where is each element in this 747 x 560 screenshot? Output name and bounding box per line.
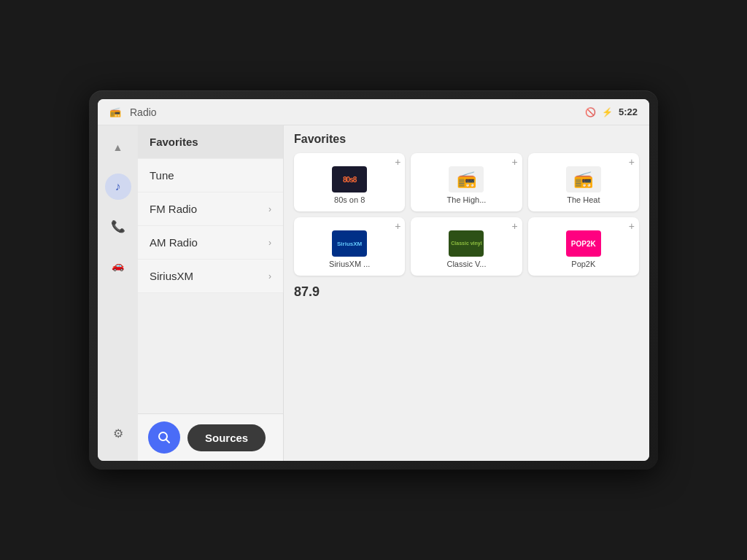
favorites-grid: + 80s8 80s on 8 + 📻 The High... + 📻 — [294, 153, 639, 276]
sidebar-item-car[interactable]: 🚗 — [105, 252, 131, 279]
top-bar-left: 📻 Radio — [109, 106, 157, 118]
station-label-80s: 80s on 8 — [334, 195, 365, 204]
screen: 📻 Radio 🚫 ⚡ 5:22 ▲ ♪ 📞 🚗 ⚙ — [98, 99, 649, 461]
favorites-title: Favorites — [294, 133, 639, 146]
menu-item-am-radio[interactable]: AM Radio › — [138, 226, 283, 260]
sidebar-item-navigation[interactable]: ▲ — [105, 134, 131, 160]
menu-item-tune[interactable]: Tune — [138, 159, 283, 192]
plus-icon[interactable]: + — [395, 156, 400, 168]
chevron-icon: › — [268, 271, 271, 281]
plus-icon[interactable]: + — [629, 156, 635, 168]
station-label-the-heat: The Heat — [567, 195, 600, 204]
wifi-off-icon: 🚫 — [585, 107, 596, 117]
sidebar-item-settings[interactable]: ⚙ — [105, 420, 131, 446]
header-title: Radio — [130, 106, 157, 118]
search-button[interactable] — [148, 421, 180, 454]
sources-button[interactable]: Sources — [187, 424, 266, 451]
time-display: 5:22 — [619, 106, 638, 117]
favorites-panel: Favorites + 80s8 80s on 8 + 📻 The High..… — [284, 125, 649, 461]
station-logo-80s: 80s8 — [332, 166, 367, 192]
plus-icon[interactable]: + — [629, 220, 635, 232]
sidebar-item-music[interactable]: ♪ — [105, 174, 131, 200]
station-logo-pop2k: POP2K — [566, 230, 601, 257]
plus-icon[interactable]: + — [395, 220, 400, 232]
station-logo-classic-vinyl: Classic vinyl — [449, 230, 484, 257]
menu-item-fm-radio[interactable]: FM Radio › — [138, 192, 283, 226]
top-bar-right: 🚫 ⚡ 5:22 — [585, 106, 638, 117]
favorite-card-pop2k[interactable]: + POP2K Pop2K — [528, 217, 639, 276]
bottom-bar: Sources — [138, 413, 283, 461]
main-content: ▲ ♪ 📞 🚗 ⚙ Favorites Tune FM Radio — [98, 125, 649, 461]
station-logo-the-high: 📻 — [449, 166, 484, 192]
station-logo-siriusxm: SiriusXM — [332, 230, 367, 257]
favorite-card-classic-vinyl[interactable]: + Classic vinyl Classic V... — [411, 217, 522, 276]
svg-line-1 — [166, 440, 170, 443]
station-label-pop2k: Pop2K — [571, 260, 595, 268]
menu-item-favorites[interactable]: Favorites — [138, 125, 283, 159]
radio-header-icon: 📻 — [109, 106, 121, 117]
favorite-card-80s[interactable]: + 80s8 80s on 8 — [294, 153, 405, 211]
sidebar: ▲ ♪ 📞 🚗 ⚙ — [98, 125, 138, 461]
bluetooth-icon: ⚡ — [602, 107, 613, 117]
current-frequency: 87.9 — [294, 284, 639, 300]
car-bezel: 📻 Radio 🚫 ⚡ 5:22 ▲ ♪ 📞 🚗 ⚙ — [89, 90, 658, 470]
left-panel: Favorites Tune FM Radio › AM Radio › Sir — [138, 125, 284, 461]
plus-icon[interactable]: + — [511, 156, 517, 168]
top-bar: 📻 Radio 🚫 ⚡ 5:22 — [98, 99, 649, 125]
favorite-card-the-high[interactable]: + 📻 The High... — [411, 153, 522, 211]
menu-panel: Favorites Tune FM Radio › AM Radio › Sir — [138, 125, 284, 293]
chevron-icon: › — [268, 238, 271, 248]
favorite-card-siriusxm[interactable]: + SiriusXM SiriusXM ... — [294, 217, 405, 276]
chevron-icon: › — [268, 204, 271, 214]
favorite-card-the-heat[interactable]: + 📻 The Heat — [528, 153, 639, 211]
station-logo-the-heat: 📻 — [566, 166, 601, 192]
menu-item-siriusxm[interactable]: SiriusXM › — [138, 260, 283, 293]
station-label-siriusxm: SiriusXM ... — [329, 260, 370, 268]
plus-icon[interactable]: + — [511, 220, 517, 232]
station-label-classic-vinyl: Classic V... — [446, 260, 486, 268]
station-label-the-high: The High... — [447, 195, 487, 204]
sidebar-item-phone[interactable]: 📞 — [105, 213, 131, 239]
